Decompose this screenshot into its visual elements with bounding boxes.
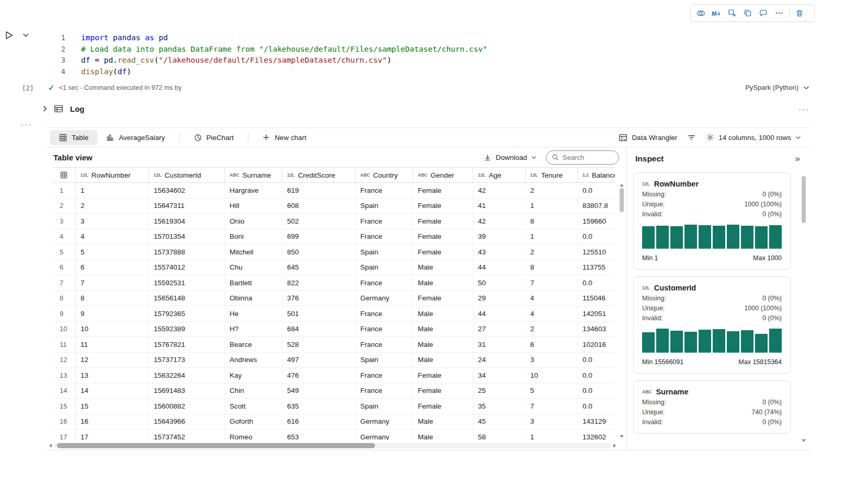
- tab-averagesalary[interactable]: AverageSalary: [97, 130, 174, 145]
- notebook-code-cell[interactable]: 1import pandas as pd2# Load data into pa…: [42, 32, 809, 77]
- histogram-bar: [741, 226, 753, 249]
- scroll-down-arrow-icon[interactable]: [802, 439, 806, 442]
- table-cell: Male: [413, 306, 473, 321]
- inspect-card-title: 12LRowNumber: [642, 180, 782, 188]
- table-cell: 15737173: [149, 353, 225, 368]
- column-type-icon: 12L: [642, 285, 650, 290]
- table-cell: Female: [413, 399, 473, 414]
- line-number: 2: [42, 44, 65, 55]
- column-header-customerid[interactable]: 12LCustomerId: [149, 168, 225, 182]
- code-line[interactable]: 4display(df): [42, 66, 809, 78]
- column-settings-button[interactable]: 14 columns, 1000 rows: [706, 133, 801, 142]
- copilot-icon[interactable]: [693, 6, 708, 20]
- code-line[interactable]: 1import pandas as pd: [42, 32, 809, 44]
- row-index: 2: [52, 199, 76, 214]
- kernel-selector[interactable]: PySpark (Python): [745, 84, 809, 91]
- inspect-vertical-scrollbar[interactable]: [801, 174, 807, 442]
- histogram-bar: [684, 332, 697, 353]
- scrollbar-track[interactable]: [54, 443, 611, 448]
- column-header-gender[interactable]: ABCGender: [413, 168, 473, 182]
- tab-table[interactable]: Table: [50, 130, 97, 145]
- stat-row: Missing:0 (0%): [642, 399, 782, 406]
- select-all-header[interactable]: [52, 168, 76, 182]
- more-options-icon[interactable]: [772, 6, 786, 20]
- table-row[interactable]: 1115634602Hargrave619FranceFemale4220.0: [52, 183, 615, 199]
- log-section-header: Log ···: [43, 100, 809, 117]
- table-row[interactable]: 101015592389H?684FranceMale272134603: [52, 322, 615, 337]
- table-cell: 15592389: [149, 322, 225, 337]
- column-header-age[interactable]: 12LAge: [473, 168, 526, 182]
- table-row[interactable]: 8815656148Obinna376GermanyFemale29411504…: [52, 291, 615, 307]
- table-row[interactable]: 5515737888Mitchell850SpainFemale43212551…: [52, 245, 615, 260]
- scroll-down-arrow-icon[interactable]: [620, 435, 624, 438]
- column-label: CreditScore: [298, 171, 335, 179]
- table-cell: 44: [473, 260, 526, 275]
- table-row[interactable]: 2215647311Hill608SpainFemale41183807.8: [52, 199, 615, 214]
- log-expand-chevron-icon[interactable]: [43, 106, 47, 112]
- run-options-chevron-icon[interactable]: [22, 33, 29, 38]
- table-search-box[interactable]: [546, 150, 619, 165]
- column-header-country[interactable]: ABCCountry: [356, 168, 413, 182]
- table-row[interactable]: 141415691483Chin549FranceFemale2550.0: [52, 383, 615, 399]
- horizontal-scrollbar[interactable]: [49, 442, 616, 449]
- table-cell: 4: [526, 291, 578, 306]
- tab-new-chart[interactable]: New chart: [254, 130, 315, 145]
- table-row[interactable]: 121215737173Andrews497SpainMale2430.0: [52, 353, 615, 368]
- data-wrangler-button[interactable]: Data Wrangler: [619, 133, 677, 142]
- collapse-panel-icon[interactable]: »: [795, 154, 800, 164]
- filter-icon[interactable]: [687, 133, 696, 142]
- table-cell: 134603: [578, 322, 615, 337]
- table-cell: 10: [76, 322, 149, 337]
- table-row[interactable]: 6615574012Chu645SpainMale448113755: [52, 260, 615, 276]
- delete-cell-icon[interactable]: [792, 6, 807, 20]
- table-row[interactable]: 4415701354Boni699FranceFemale3910.0: [52, 229, 615, 245]
- download-icon: [484, 154, 492, 161]
- column-header-tenure[interactable]: 12LTenure: [526, 168, 578, 182]
- tab-piechart[interactable]: PieChart: [185, 130, 243, 145]
- table-cell: 39: [473, 229, 526, 245]
- search-input[interactable]: [563, 154, 611, 161]
- move-cell-icon[interactable]: [725, 6, 739, 20]
- column-type-icon: 12L: [287, 172, 295, 178]
- table-cell: Bartlett: [225, 275, 282, 290]
- log-more-options[interactable]: ···: [798, 104, 809, 113]
- scrollbar-thumb[interactable]: [802, 176, 806, 223]
- scroll-left-arrow-icon[interactable]: [49, 444, 52, 448]
- chevron-down-icon: [795, 136, 801, 139]
- column-type-icon: ABC: [418, 172, 427, 178]
- stat-value: 740 (74%): [751, 409, 782, 416]
- run-cell-button[interactable]: [4, 30, 14, 40]
- output-more-options[interactable]: ···: [21, 120, 32, 129]
- table-row[interactable]: 151515600882Scott635SpainFemale3570.0: [52, 399, 615, 414]
- comment-icon[interactable]: [756, 6, 771, 20]
- duplicate-cell-icon[interactable]: [740, 6, 755, 20]
- table-cell: 850: [282, 245, 356, 260]
- table-row[interactable]: 171715737452Romeo653GermanyMale581132602: [52, 429, 615, 440]
- table-row[interactable]: 9915792365He501FranceMale444142051: [52, 306, 615, 322]
- min-label: Min 15566091: [642, 358, 683, 366]
- code-line[interactable]: 2# Load data into pandas DataFrame from …: [42, 44, 809, 55]
- column-header-creditscore[interactable]: 12LCreditScore: [282, 168, 356, 182]
- table-row[interactable]: 131315632264Kay476FranceFemale34100.0: [52, 368, 615, 383]
- table-cell: 44: [473, 306, 526, 321]
- column-header-balance[interactable]: 1.2Balance: [578, 168, 615, 182]
- scroll-right-arrow-icon[interactable]: [613, 444, 616, 448]
- scrollbar-track[interactable]: [619, 187, 624, 435]
- table-row[interactable]: 7715592531Bartlett822FranceMale5070.0: [52, 275, 615, 291]
- table-cell: 115046: [578, 291, 615, 306]
- download-button[interactable]: Download: [484, 154, 536, 161]
- stat-value: 0 (0%): [762, 211, 782, 218]
- scrollbar-thumb[interactable]: [620, 188, 624, 212]
- column-header-rownumber[interactable]: 12LRowNumber: [76, 168, 149, 182]
- column-header-surname[interactable]: ABCSurname: [225, 168, 282, 182]
- table-row[interactable]: 161615643966Goforth616GermanyMale4531431…: [52, 414, 615, 430]
- scrollbar-track[interactable]: [801, 174, 806, 439]
- scrollbar-thumb[interactable]: [57, 443, 375, 448]
- table-vertical-scrollbar[interactable]: [619, 184, 625, 438]
- markdown-cell-icon[interactable]: M: [709, 6, 724, 20]
- code-line[interactable]: 3df = pd.read_csv("/lakehouse/default/Fi…: [42, 55, 809, 66]
- column-type-icon: ABC: [360, 172, 370, 178]
- table-row[interactable]: 111115767821Bearce528FranceMale316102016: [52, 337, 615, 353]
- histogram: [642, 329, 782, 353]
- table-row[interactable]: 3315619304Onio502FranceFemale428159660: [52, 214, 615, 229]
